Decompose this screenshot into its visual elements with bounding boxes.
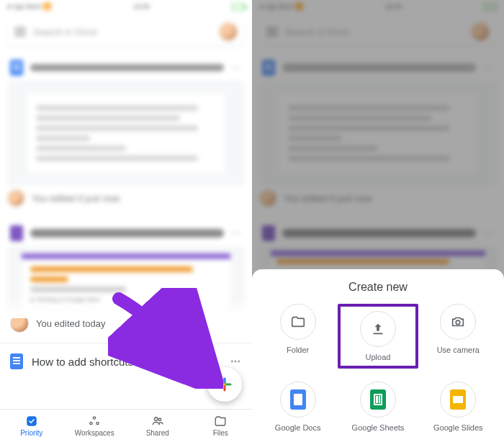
google-sheets-icon [370,389,386,410]
menu-icon[interactable] [14,27,26,36]
sheet-title: Create new [258,281,498,294]
priority-icon [24,415,39,428]
forms-icon [10,225,23,241]
tab-priority[interactable]: Priority [0,410,63,442]
tab-shared[interactable]: Shared [126,410,189,442]
activity-row: You edited it just now [7,186,245,210]
svg-point-5 [158,418,161,420]
svg-rect-6 [374,333,383,335]
svg-point-4 [154,418,158,421]
google-slides-icon [450,389,466,410]
more-icon[interactable]: ⋯ [230,356,242,367]
svg-point-7 [456,320,461,325]
file-row-form[interactable]: ⋯ [7,223,245,243]
create-new-sheet: Create new Folder Upload [252,269,504,442]
svg-rect-0 [27,416,37,426]
upload-icon [370,321,386,337]
svg-point-1 [94,417,96,419]
account-avatar[interactable] [219,22,238,41]
tab-files[interactable]: Files [189,410,253,442]
folder-icon [290,314,306,330]
files-icon [213,415,228,428]
more-icon[interactable]: ⋯ [231,227,242,239]
status-bar: ● App Store 📶16:30 [0,0,252,13]
more-icon[interactable]: ⋯ [231,62,242,73]
google-docs-icon [290,389,306,410]
option-google-slides[interactable]: Google Slides [418,382,498,432]
svg-point-2 [90,422,92,424]
option-google-docs[interactable]: Google Docs [258,382,338,432]
plus-icon [216,376,233,393]
shared-icon [150,415,165,428]
search-placeholder: Search in Drive [33,27,212,37]
screenshot-before: ● App Store 📶16:30 Search in Drive ⋯ [0,0,252,442]
camera-icon [450,314,466,330]
option-folder[interactable]: Folder [258,304,338,369]
option-google-sheets[interactable]: Google Sheets [338,382,418,432]
screenshot-after: ● App Store 📶16:30 Search in Drive ⋯ [252,0,504,442]
file-row[interactable]: ⋯ [7,58,245,78]
docs-icon [10,60,23,76]
doc-thumbnail[interactable] [7,81,245,186]
search-bar[interactable]: Search in Drive [7,18,245,45]
tab-workspaces[interactable]: Workspaces [63,410,127,442]
create-fab[interactable] [207,367,242,402]
workspaces-icon [87,415,102,428]
docs-icon [10,353,23,369]
option-upload[interactable]: Upload [338,304,418,369]
bottom-tab-bar: Priority Workspaces Shared Files [0,409,252,442]
svg-point-3 [96,422,99,424]
option-camera[interactable]: Use camera [418,304,498,369]
